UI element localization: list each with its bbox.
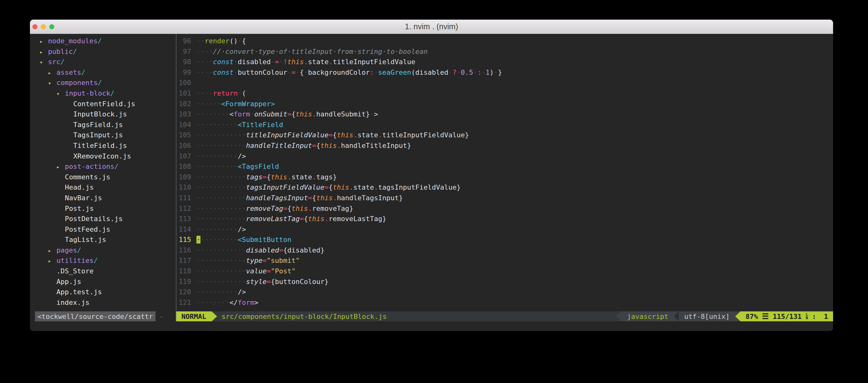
code-line[interactable]: 96··render()·{ xyxy=(177,36,833,46)
code-line[interactable]: 115··········<SubmitButton xyxy=(177,235,833,245)
code-line[interactable]: 103········<form·onSubmit={this.handleSu… xyxy=(177,109,833,119)
tree-item-file[interactable]: PostDetails.js xyxy=(30,214,176,224)
code-line[interactable]: 119············style={buttonColour} xyxy=(177,277,833,287)
code-line[interactable]: 108··········<TagsField xyxy=(177,161,833,172)
chevron-down-icon[interactable]: ▾ xyxy=(56,89,65,99)
code-token: removeTag} xyxy=(312,205,353,212)
tree-item-file[interactable]: TagList.js xyxy=(30,235,176,245)
code-token: · xyxy=(494,69,498,76)
code-token: this xyxy=(296,110,312,118)
tree-item-file[interactable]: PostFeed.js xyxy=(30,224,176,235)
line-number: 104 xyxy=(177,119,191,130)
terminal-window: 1. nvim . (nvim) ▸node_modules/▸public/▾… xyxy=(30,20,833,331)
powerline-chevron-icon xyxy=(674,311,679,321)
vim-statusline: NORMAL src/components/input-block/InputB… xyxy=(177,311,833,321)
code-line[interactable]: 113············removeLastTag={this.remov… xyxy=(177,214,833,224)
code-token: <TagsField xyxy=(238,163,279,170)
file-tree[interactable]: ▸node_modules/▸public/▾src/▸assets/▾comp… xyxy=(30,34,176,311)
code-line[interactable]: 120··········/> xyxy=(177,287,833,298)
fullscreen-button[interactable] xyxy=(49,24,54,29)
chevron-down-icon[interactable]: ▾ xyxy=(48,78,56,89)
chevron-down-icon[interactable]: ▾ xyxy=(40,57,48,68)
code-line[interactable]: 101····return·( xyxy=(177,88,833,99)
tree-item-folder[interactable]: ▾input-block/ xyxy=(30,88,176,99)
tree-item-folder[interactable]: ▾components/ xyxy=(30,77,176,88)
code-token: ···· xyxy=(196,48,213,56)
dir-slash: / xyxy=(94,256,98,264)
code-token: </ xyxy=(229,299,238,306)
code-token: disabled xyxy=(238,58,271,66)
tree-item-file[interactable]: TagsInput.js xyxy=(30,130,176,140)
code-line[interactable]: 116············disabled={disabled} xyxy=(177,245,833,256)
code-token: = xyxy=(283,205,287,212)
code-token: ·········· xyxy=(196,288,238,296)
tree-item-file[interactable]: NavBar.js xyxy=(30,193,176,203)
chevron-right-icon[interactable]: ▸ xyxy=(48,246,56,256)
code-token: handleSubmit} xyxy=(316,110,370,118)
code-line[interactable]: 117············type="submit" xyxy=(177,255,833,266)
code-line[interactable]: 109············tags={this.state.tags} xyxy=(177,172,833,182)
tree-item-folder[interactable]: ▸public/ xyxy=(30,46,176,57)
chevron-right-icon[interactable]: ▸ xyxy=(40,47,48,58)
code-line[interactable]: 110············tagsInputFieldValue={this… xyxy=(177,182,833,193)
tree-item-file[interactable]: Head.js xyxy=(30,182,176,193)
code-line[interactable]: 114··········/> xyxy=(177,224,833,235)
code-line[interactable]: 118············value="Post" xyxy=(177,266,833,277)
tree-item-folder[interactable]: ▸pages/ xyxy=(30,245,176,256)
code-token: titleInputFieldValue} xyxy=(382,131,469,139)
lines-icon: ☰ xyxy=(762,312,769,321)
code-token: · xyxy=(448,69,453,76)
tree-item-file[interactable]: TitleField.js xyxy=(30,140,176,151)
window-titlebar[interactable]: 1. nvim . (nvim) xyxy=(30,20,833,34)
tree-item-file[interactable]: Post.js xyxy=(30,203,176,214)
chevron-right-icon[interactable]: ▸ xyxy=(48,68,56,78)
code-line[interactable]: 121········</form> xyxy=(177,298,833,308)
tree-item-file[interactable]: index.js xyxy=(30,298,176,308)
tree-item-file[interactable]: InputBlock.js xyxy=(30,109,176,119)
tree-item-folder[interactable]: ▾src/ xyxy=(30,57,176,67)
chevron-right-icon[interactable]: ▸ xyxy=(40,36,48,47)
chevron-right-icon[interactable]: ▸ xyxy=(48,256,56,267)
code-token: ·· xyxy=(196,37,205,45)
code-token: ! xyxy=(283,58,287,66)
line-number: 110 xyxy=(177,182,191,193)
code-editor[interactable]: 96··render()·{97····//·convert·type·of·t… xyxy=(177,34,833,311)
line-number: 98 xyxy=(177,57,191,67)
chevron-right-icon[interactable]: ▸ xyxy=(56,162,65,173)
tree-item-file[interactable]: Comments.js xyxy=(30,172,176,182)
code-line[interactable]: 98····const·disabled·=·!this.state.title… xyxy=(177,57,833,67)
minimize-button[interactable] xyxy=(41,24,46,29)
code-token: backgroundColor xyxy=(308,69,370,76)
desktop: 1. nvim . (nvim) ▸node_modules/▸public/▾… xyxy=(0,0,868,383)
tree-item-file[interactable]: App.js xyxy=(30,277,176,287)
tree-statusline-dash: - xyxy=(159,311,163,321)
tree-item-folder[interactable]: ▸utilities/ xyxy=(30,255,176,266)
code-token: = xyxy=(312,142,316,149)
code-line[interactable]: 106············handleTitleInput={this.ha… xyxy=(177,140,833,151)
dir-slash: / xyxy=(98,37,102,45)
code-line[interactable]: 105············titleInputFieldValue={thi… xyxy=(177,130,833,140)
tree-item-folder[interactable]: ▸assets/ xyxy=(30,67,176,78)
code-line[interactable]: 107··········/> xyxy=(177,151,833,162)
tree-statusline: <tockwell/source-code/scattr - xyxy=(30,311,176,321)
close-button[interactable] xyxy=(32,24,37,29)
tree-item-file[interactable]: ContentField.js xyxy=(30,99,176,109)
code-line[interactable]: 102······<FormWrapper> xyxy=(177,99,833,109)
code-token: = xyxy=(287,110,291,118)
line-number: 116 xyxy=(177,245,191,256)
code-line[interactable]: 100 xyxy=(177,77,833,88)
code-line[interactable]: 97····//·convert·type·of·titleInput·from… xyxy=(177,46,833,57)
tree-item-file[interactable]: XRemoveIcon.js xyxy=(30,151,176,162)
tree-item-folder[interactable]: ▸post-actions/ xyxy=(30,161,176,172)
code-token: ···· xyxy=(196,58,213,66)
tree-item-file[interactable]: App.test.js xyxy=(30,287,176,298)
code-line[interactable]: 99····const·buttonColour·=·{·backgroundC… xyxy=(177,67,833,78)
code-text: ············tagsInputFieldValue={this.st… xyxy=(196,183,461,191)
code-line[interactable]: 104··········<TitleField xyxy=(177,119,833,130)
cursor-position: 87% ☰ 115/131 LN : 1 xyxy=(741,311,833,321)
code-line[interactable]: 111············handleTagsInput={this.han… xyxy=(177,193,833,203)
tree-item-file[interactable]: TagsField.js xyxy=(30,119,176,130)
code-line[interactable]: 112············removeTag={this.removeTag… xyxy=(177,203,833,214)
tree-item-folder[interactable]: ▸node_modules/ xyxy=(30,36,176,46)
tree-item-file[interactable]: .DS_Store xyxy=(30,266,176,277)
